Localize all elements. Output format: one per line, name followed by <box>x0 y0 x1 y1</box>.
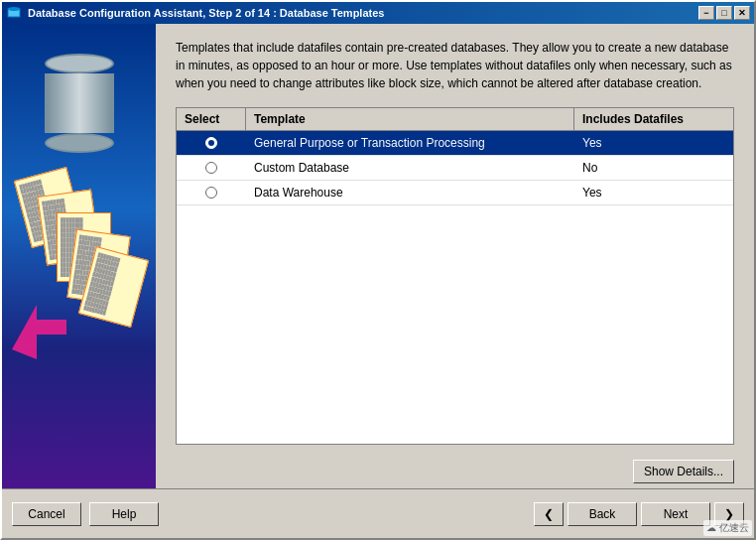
window-controls: − □ ✕ <box>698 6 750 20</box>
content-area: Templates that include datafiles contain… <box>2 24 754 488</box>
table-header: Select Template Includes Datafiles <box>177 108 733 131</box>
right-panel: Templates that include datafiles contain… <box>156 24 754 488</box>
includes-1: Yes <box>574 131 733 155</box>
maximize-button[interactable]: □ <box>716 6 732 20</box>
panel-art <box>2 24 156 488</box>
radio-button-2[interactable] <box>205 162 217 174</box>
minimize-button[interactable]: − <box>698 6 714 20</box>
radio-button-1[interactable] <box>205 137 217 149</box>
help-button[interactable]: Help <box>89 502 159 526</box>
radio-cell-3[interactable] <box>177 182 246 203</box>
radio-cell-1[interactable] <box>177 132 246 154</box>
svg-marker-2 <box>12 305 66 359</box>
col-template: Template <box>246 108 574 130</box>
title-bar: Database Configuration Assistant, Step 2… <box>2 2 754 24</box>
table-row[interactable]: Data Warehouse Yes <box>177 181 733 205</box>
arrow-icon <box>12 305 71 359</box>
table-row[interactable]: General Purpose or Transaction Processin… <box>177 131 733 156</box>
close-button[interactable]: ✕ <box>734 6 750 20</box>
watermark: ☁ 亿速云 <box>703 520 752 536</box>
cancel-button[interactable]: Cancel <box>12 502 81 526</box>
radio-cell-2[interactable] <box>177 157 246 179</box>
bottom-left-buttons: Cancel Help <box>12 502 159 526</box>
template-name-1: General Purpose or Transaction Processin… <box>246 131 574 155</box>
includes-2: No <box>574 156 733 180</box>
svg-point-1 <box>8 7 20 11</box>
app-icon <box>6 5 22 21</box>
show-details-button[interactable]: Show Details... <box>633 460 734 483</box>
col-select: Select <box>177 108 246 130</box>
back-prev-icon[interactable]: ❮ <box>534 502 564 526</box>
description-text: Templates that include datafiles contain… <box>176 39 734 92</box>
radio-button-3[interactable] <box>205 187 217 199</box>
window-title: Database Configuration Assistant, Step 2… <box>28 7 698 19</box>
details-area: Show Details... <box>176 455 734 488</box>
main-window: Database Configuration Assistant, Step 2… <box>0 0 756 540</box>
table-row[interactable]: Custom Database No <box>177 156 733 181</box>
db-cylinder-icon <box>45 54 114 153</box>
col-includes: Includes Datafiles <box>574 108 733 130</box>
template-table: Select Template Includes Datafiles Gener… <box>176 107 734 445</box>
back-button[interactable]: Back <box>567 502 637 526</box>
template-name-2: Custom Database <box>246 156 574 180</box>
watermark-icon: ☁ <box>706 522 716 533</box>
includes-3: Yes <box>574 181 733 204</box>
bottom-bar: Cancel Help ❮ Back Next ❯ <box>2 488 754 538</box>
watermark-text: 亿速云 <box>719 522 749 533</box>
next-button[interactable]: Next <box>641 502 710 526</box>
left-panel <box>2 24 156 488</box>
template-name-3: Data Warehouse <box>246 181 574 204</box>
table-body: General Purpose or Transaction Processin… <box>177 131 733 205</box>
